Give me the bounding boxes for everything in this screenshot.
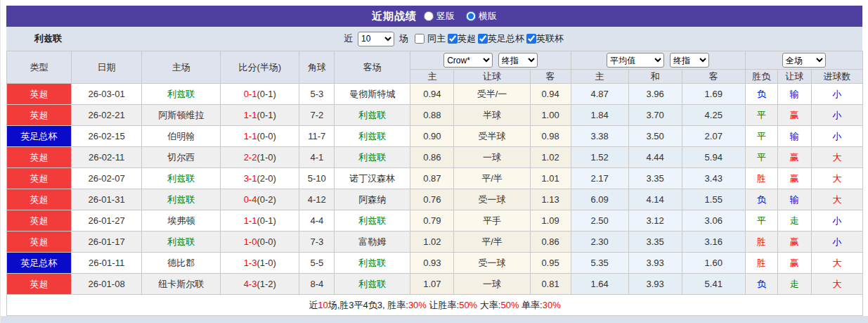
avg-odds-cell: 3.35 [628,168,682,189]
avg-odds-cell: 3.12 [628,210,682,232]
home-team-cell: 利兹联 [142,84,221,105]
crow-odds-cell: 1.07 [410,274,454,295]
table-row: 英超26-01-17利兹联1-0(0-0)7-3富勒姆1.02平/半0.862.… [7,232,863,253]
handicap-cell: 一球 [454,147,530,168]
matches-label: 场 [399,32,408,45]
table-row: 英超26-01-31利兹联0-4(0-2)4-12阿森纳0.76受一球1.136… [7,189,863,210]
fulltime-score: 0-1 [244,89,257,99]
avg-odds-cell: 1.52 [571,147,628,168]
fulltime-score: 1-1 [244,131,257,141]
avg-odds-cell: 3.93 [628,253,682,274]
win-lose-cell: 负 [745,274,777,295]
filter-toolbar: 利兹联 近 10 场 同主 英超 英足总杯 英联杯 [6,27,862,51]
table-row: 英超26-02-21阿斯顿维拉1-1(0-1)7-2利兹联0.88半球1.001… [7,105,863,126]
results-tbody: 英超26-03-01利兹联0-1(0-1)5-3曼彻斯特城0.94受半/一0.9… [7,84,863,295]
average-select[interactable]: 平均值 [607,53,664,68]
handicap-cell: 平/半 [454,168,530,189]
avg-odds-cell: 2.07 [682,126,745,147]
handicap-cell: 受一球 [454,253,530,274]
vertical-radio[interactable] [424,11,434,21]
avg-odds-cell: 4.14 [628,189,682,210]
same-home-filter[interactable]: 同主 [415,32,446,45]
summary-label: 单率: [519,300,542,310]
avg-odds-cell: 2.50 [571,210,628,232]
league-badge: 英超 [7,168,72,189]
avg-odds-cell: 1.64 [571,274,628,295]
home-team-cell: 纽卡斯尔联 [142,274,221,295]
layout-option-vertical[interactable]: 竖版 [424,10,455,23]
date-cell: 26-02-21 [72,105,142,126]
index-type-select-1[interactable]: 终指 [498,53,538,68]
premier-league-label: 英超 [458,32,476,45]
col-header-type: 类型 [7,51,72,84]
fa-cup-checkbox[interactable] [478,34,488,44]
goals-result-cell: 大 [811,274,862,295]
halftime-score: (1-2) [257,279,276,289]
crow-odds-cell: 0.90 [410,126,454,147]
horizontal-radio[interactable] [466,11,476,21]
crow-odds-cell: 0.95 [530,253,571,274]
crow-odds-cell: 0.94 [530,84,571,105]
away-team-cell: 利兹联 [335,253,410,274]
summary-value: 10 [318,300,328,310]
premier-league-checkbox[interactable] [448,34,458,44]
horizontal-radio-label: 横版 [479,10,497,23]
result-group: 全场 [745,51,862,70]
table-row: 英超26-01-08纽卡斯尔联4-3(1-2)8-4利兹联1.07一球0.811… [7,274,863,295]
avg-odds-cell: 2.17 [571,168,628,189]
score-cell: 2-2(1-0) [221,147,299,168]
corner-cell: 4-4 [299,210,335,232]
premier-league-filter[interactable]: 英超 [448,32,476,45]
fa-cup-filter[interactable]: 英足总杯 [478,32,524,45]
handicap-result-cell: 走 [777,210,811,232]
handicap-cell: 平手 [454,210,530,232]
goals-result-cell: 大 [811,253,862,274]
league-badge: 英超 [7,232,72,253]
index-type-select-2[interactable]: 终指 [670,53,709,68]
away-team-cell: 利兹联 [335,126,410,147]
goals-result-cell: 大 [811,189,862,210]
header-row-groups: 类型 日期 主场 比分(半场) 角球 客场 Crow* 终指 平均值 [7,51,863,70]
crow-odds-cell: 0.87 [410,168,454,189]
summary-label: 场,胜3平4负3, 胜率: [328,300,408,310]
layout-option-horizontal[interactable]: 横版 [466,10,497,23]
handicap-result-cell: 赢 [777,168,811,189]
col-header-score: 比分(半场) [221,51,299,84]
avg-odds-cell: 3.43 [682,168,745,189]
sub-header-handicap: 让球 [454,70,530,84]
crow-odds-cell: 0.81 [530,274,571,295]
league-cup-checkbox[interactable] [526,34,536,44]
table-row: 英超26-03-01利兹联0-1(0-1)5-3曼彻斯特城0.94受半/一0.9… [7,84,863,105]
handicap-result-cell: 输 [777,189,811,210]
corner-cell: 4-12 [299,189,335,210]
win-lose-cell: 平 [745,126,777,147]
league-cup-filter[interactable]: 英联杯 [526,32,564,45]
full-match-select[interactable]: 全场 [782,53,826,68]
halftime-score: (1-0) [257,258,276,268]
sub-header-goals: 进球数 [811,70,862,84]
team-name: 利兹联 [34,32,62,45]
home-team-cell: 伯明翰 [142,126,221,147]
avg-odds-cell: 4.25 [682,105,745,126]
win-lose-cell: 胜 [745,253,777,274]
crow-odds-cell: 1.09 [530,210,571,232]
crow-odds-cell: 1.02 [530,147,571,168]
score-cell: 0-4(0-2) [221,189,299,210]
handicap-cell: 受半/一 [454,84,530,105]
avg-odds-cell: 5.94 [682,147,745,168]
avg-odds-cell: 6.09 [571,189,628,210]
win-lose-cell: 胜 [745,232,777,253]
same-home-label: 同主 [427,32,446,45]
bookmaker-select[interactable]: Crow* [443,53,493,68]
date-cell: 26-01-08 [72,274,142,295]
handicap-result-cell: 赢 [777,147,811,168]
sub-header-avg-draw: 和 [628,70,682,84]
crow-odds-cell: 1.02 [410,232,454,253]
same-home-checkbox[interactable] [415,34,425,44]
league-badge: 英超 [7,147,72,168]
crow-odds-cell: 0.76 [410,189,454,210]
score-cell: 0-1(0-1) [221,84,299,105]
crow-odds-cell: 1.13 [530,189,571,210]
crow-odds-cell: 1.00 [530,105,571,126]
match-count-select[interactable]: 10 [358,32,394,46]
